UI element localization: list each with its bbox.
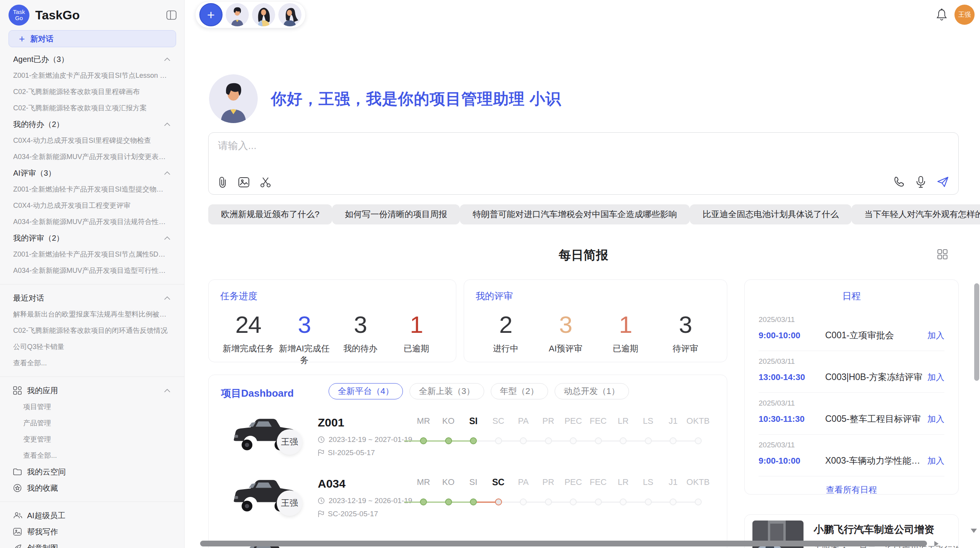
- notification-bell-icon[interactable]: [936, 9, 947, 21]
- layout-grid-icon[interactable]: [937, 249, 948, 260]
- image-icon: [13, 528, 23, 536]
- user-avatar[interactable]: 王强: [954, 5, 975, 25]
- vertical-scrollbar[interactable]: [974, 283, 979, 381]
- chevron-up-icon[interactable]: [164, 123, 170, 126]
- chevron-up-icon[interactable]: [164, 236, 170, 240]
- suggestion-chip[interactable]: 欧洲新规最近颁布了什么?: [208, 204, 332, 224]
- list-item[interactable]: C0X4-动力总成开发项目SI里程碑提交物检查: [0, 132, 184, 149]
- sidebar-item-help-me-write[interactable]: 帮我写作: [0, 524, 184, 540]
- logo-text-top: Task: [13, 9, 25, 15]
- section-ai-review[interactable]: AI评审（3）: [0, 165, 184, 181]
- chevron-up-icon[interactable]: [164, 389, 170, 392]
- agent-avatar[interactable]: [226, 3, 249, 26]
- quill-pen-icon: [13, 544, 23, 548]
- milestone-rail: MRKOSISCPAPRPECFECLRLSJ1OKTB: [404, 416, 714, 459]
- project-flag-milestone: SC-2025-05-17: [318, 510, 378, 518]
- sidebar-item-ai-super-staff[interactable]: AI超级员工: [0, 507, 184, 524]
- chevron-up-icon[interactable]: [164, 171, 170, 175]
- sidebar-item-product-mgmt[interactable]: 产品管理: [0, 415, 184, 431]
- list-item[interactable]: Z001-全新燃油皮卡产品开发项目SI节点Lesson Learn报告: [0, 67, 184, 84]
- scissors-icon[interactable]: [260, 176, 271, 188]
- tab-model-year[interactable]: 年型（2）: [491, 383, 548, 399]
- join-link[interactable]: 加入: [927, 330, 944, 341]
- join-link[interactable]: 加入: [927, 372, 944, 383]
- tab-powertrain[interactable]: 动总开发（1）: [555, 383, 629, 399]
- milestone-label: SC: [492, 477, 505, 488]
- suggestion-chip[interactable]: 特朗普可能对进口汽车增税会对中国车企造成哪些影响: [460, 204, 690, 224]
- milestone-label: J1: [668, 477, 677, 487]
- section-title: AI评审（3）: [13, 168, 56, 178]
- sidebar-item-my-apps[interactable]: 我的应用: [0, 382, 184, 399]
- phone-icon[interactable]: [893, 176, 905, 188]
- list-item[interactable]: Z001-全新燃油轻卡产品开发项目SI节点属性5D文件评审: [0, 246, 184, 262]
- sidebar-collapse-icon[interactable]: [166, 10, 176, 20]
- suggestion-chip[interactable]: 比亚迪全固态电池计划具体说了什么: [690, 204, 852, 224]
- list-item[interactable]: A034-全新新能源MUV产品开发项目法规符合性评审: [0, 214, 184, 230]
- tab-new-body[interactable]: 全新上装（3）: [409, 383, 484, 399]
- sidebar-item-project-mgmt[interactable]: 项目管理: [0, 399, 184, 415]
- section-agent-done[interactable]: Agent已办（3）: [0, 51, 184, 67]
- scroll-down-arrow-icon[interactable]: [971, 529, 977, 533]
- list-item[interactable]: Z001-全新燃油轻卡产品开发项目SI造型提交物评审: [0, 181, 184, 197]
- milestone-dot: [645, 437, 652, 444]
- list-item[interactable]: C02-飞腾新能源轻客改款项目里程碑画布: [0, 84, 184, 100]
- sidebar-item-cloud-space[interactable]: 我的云空间: [0, 464, 184, 480]
- view-all-apps[interactable]: 查看全部...: [0, 447, 184, 464]
- suggestion-chip[interactable]: 如何写一份清晰的项目周报: [332, 204, 460, 224]
- header-actions: 王强: [936, 5, 975, 25]
- view-all-recent[interactable]: 查看全部...: [0, 355, 184, 371]
- sidebar-item-change-mgmt[interactable]: 变更管理: [0, 431, 184, 447]
- list-item[interactable]: C0X4-动力总成开发项目工程变更评审: [0, 197, 184, 214]
- scroll-right-arrow-icon[interactable]: [934, 541, 939, 546]
- add-agent-button[interactable]: +: [199, 3, 223, 26]
- stat-new-completed: 24 新增完成任务: [220, 311, 276, 366]
- schedule-event: 2025/03/11 9:00-10:00 C001-立项审批会 加入: [759, 309, 944, 351]
- composer-send-tools: [893, 176, 949, 188]
- event-time: 9:00-10:00: [759, 331, 817, 341]
- milestone-connector: [573, 502, 598, 503]
- project-name: A034: [318, 477, 346, 490]
- project-row[interactable]: 王强 Z001 2023-12-19 ~ 2027-01-19 SI-2025-…: [209, 411, 727, 472]
- milestone-label: KO: [442, 477, 455, 487]
- section-my-todo[interactable]: 我的待办（2）: [0, 116, 184, 132]
- list-item[interactable]: C02-飞腾新能源轻客改款项目的闭环通告反馈情况: [0, 322, 184, 339]
- list-item[interactable]: A034-全新新能源MUV产品开发项目计划变更表编写: [0, 149, 184, 165]
- project-flag-milestone: SI-2025-05-17: [318, 449, 375, 457]
- join-link[interactable]: 加入: [927, 413, 944, 425]
- tab-new-platform[interactable]: 全新平台（4）: [329, 383, 403, 399]
- clock-icon: [318, 497, 325, 504]
- milestone-connector: [623, 502, 648, 503]
- list-item[interactable]: A034-全新新能源MUV产品开发项目造型可行性评审: [0, 262, 184, 279]
- milestone-dot: [445, 437, 452, 444]
- project-row[interactable]: 王强 A034 2023-12-19 ~ 2026-01-19 SC-2025-…: [209, 472, 727, 533]
- chat-input[interactable]: [218, 139, 837, 162]
- milestone-dot: [470, 437, 477, 444]
- section-title: 我的待办（2）: [13, 119, 64, 130]
- list-item[interactable]: C02-飞腾新能源轻客改款项目立项汇报方案: [0, 100, 184, 116]
- horizontal-scrollbar[interactable]: [200, 541, 927, 546]
- sidebar-item-creative-drawing[interactable]: 创意制图: [0, 540, 184, 548]
- sidebar-item-favorites[interactable]: 我的收藏: [0, 480, 184, 496]
- milestone-label: FEC: [590, 477, 607, 487]
- agent-avatar[interactable]: [252, 3, 275, 26]
- paperclip-icon[interactable]: [218, 176, 228, 188]
- list-item[interactable]: 解释最新出台的欧盟报废车法规再生塑料比例被调至15%...: [0, 306, 184, 322]
- join-link[interactable]: 加入: [927, 455, 944, 467]
- chevron-up-icon[interactable]: [164, 58, 170, 61]
- chevron-up-icon[interactable]: [164, 296, 170, 300]
- image-icon[interactable]: [238, 177, 250, 188]
- badge-star-icon: [13, 484, 23, 492]
- microphone-icon[interactable]: [916, 176, 926, 188]
- list-item[interactable]: 公司Q3轻卡销量: [0, 339, 184, 355]
- milestone-label: J1: [668, 416, 677, 426]
- section-my-review[interactable]: 我的评审（2）: [0, 230, 184, 246]
- send-icon[interactable]: [937, 176, 949, 188]
- schedule-card: 日程 2025/03/11 9:00-10:00 C001-立项审批会 加入 2…: [744, 279, 959, 495]
- event-date: 2025/03/11: [759, 441, 944, 449]
- agent-avatar[interactable]: [278, 3, 302, 26]
- section-recent-chats[interactable]: 最近对话: [0, 290, 184, 306]
- new-chat-button[interactable]: + 新对话: [9, 30, 176, 47]
- suggestion-chip[interactable]: 当下年轻人对汽车外观有怎样的喜好趋势: [852, 204, 980, 224]
- milestone-dot: [695, 437, 702, 444]
- view-all-schedule-link[interactable]: 查看所有日程: [759, 476, 944, 503]
